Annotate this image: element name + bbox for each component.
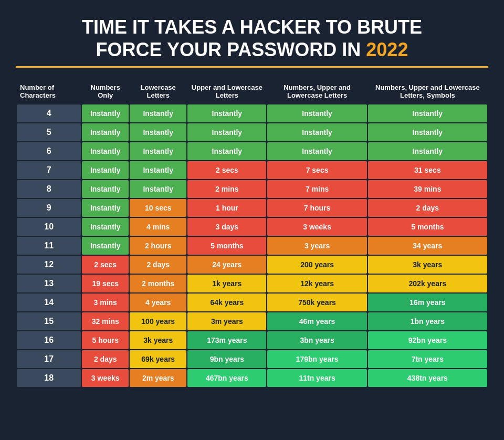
title-divider [16,66,488,68]
data-cell: 9bn years [187,350,266,368]
table-row: 5InstantlyInstantlyInstantlyInstantlyIns… [17,123,487,141]
data-cell: 100 years [130,312,186,330]
data-cell: Instantly [368,123,487,141]
data-cell: Instantly [82,180,129,198]
table-row: 6InstantlyInstantlyInstantlyInstantlyIns… [17,142,487,160]
data-cell: Instantly [82,237,129,255]
char-count-cell: 5 [17,123,81,141]
char-count-cell: 11 [17,237,81,255]
data-cell: 2 mins [187,180,266,198]
data-cell: Instantly [368,104,487,122]
data-cell: 32 mins [82,312,129,330]
data-cell: 2 secs [82,256,129,274]
table-row: 4InstantlyInstantlyInstantlyInstantlyIns… [17,104,487,122]
table-row: 8InstantlyInstantly2 mins7 mins39 mins [17,180,487,198]
password-table: Number of Characters Numbers Only Lowerc… [16,78,488,388]
data-cell: 2m years [130,369,186,387]
data-cell: Instantly [82,142,129,160]
data-cell: 3 weeks [82,369,129,387]
data-cell: Instantly [130,161,186,179]
char-count-cell: 7 [17,161,81,179]
data-cell: Instantly [130,123,186,141]
data-cell: 3m years [187,312,266,330]
data-cell: 7 hours [267,199,366,217]
table-row: 122 secs2 days24 years200 years3k years [17,256,487,274]
char-count-cell: 10 [17,218,81,236]
data-cell: 202k years [368,275,487,292]
data-cell: 92bn years [368,331,487,349]
data-cell: 69k years [130,350,186,368]
data-cell: 4 years [130,294,186,311]
col-header-upper-lower: Upper and Lowercase Letters [187,79,266,103]
table-row: 183 weeks2m years467bn years11tn years43… [17,369,487,387]
data-cell: 467bn years [187,369,266,387]
data-cell: Instantly [267,142,366,160]
data-cell: Instantly [368,142,487,160]
data-cell: 64k years [187,294,266,311]
table-row: 143 mins4 years64k years750k years16m ye… [17,294,487,311]
table-header-row: Number of Characters Numbers Only Lowerc… [17,79,487,103]
data-cell: 173m years [187,331,266,349]
data-cell: 2 hours [130,237,186,255]
data-cell: Instantly [187,123,266,141]
char-count-cell: 13 [17,275,81,292]
data-cell: 3 mins [82,294,129,311]
char-count-cell: 15 [17,312,81,330]
char-count-cell: 16 [17,331,81,349]
col-header-lowercase: Lowercase Letters [130,79,186,103]
data-cell: 7 mins [267,180,366,198]
data-cell: 1 hour [187,199,266,217]
data-cell: 750k years [267,294,366,311]
data-cell: Instantly [82,161,129,179]
data-cell: 19 secs [82,275,129,292]
data-cell: Instantly [82,218,129,236]
table-row: 9Instantly10 secs1 hour7 hours2 days [17,199,487,217]
char-count-cell: 6 [17,142,81,160]
data-cell: 11tn years [267,369,366,387]
data-cell: 10 secs [130,199,186,217]
char-count-cell: 18 [17,369,81,387]
data-cell: 2 secs [187,161,266,179]
data-cell: 2 days [368,199,487,217]
data-cell: Instantly [130,180,186,198]
data-cell: 7tn years [368,350,487,368]
char-count-cell: 8 [17,180,81,198]
char-count-cell: 4 [17,104,81,122]
data-cell: Instantly [267,104,366,122]
data-cell: 12k years [267,275,366,292]
data-cell: 3 years [267,237,366,255]
data-cell: 3 days [187,218,266,236]
data-cell: 31 secs [368,161,487,179]
data-cell: Instantly [82,199,129,217]
table-row: 172 days69k years9bn years179bn years7tn… [17,350,487,368]
data-cell: 3k years [368,256,487,274]
data-cell: 4 mins [130,218,186,236]
data-cell: 5 hours [82,331,129,349]
data-cell: 5 months [368,218,487,236]
char-count-cell: 12 [17,256,81,274]
data-cell: 46m years [267,312,366,330]
col-header-chars: Number of Characters [17,79,81,103]
data-cell: 3bn years [267,331,366,349]
data-cell: 7 secs [267,161,366,179]
col-header-numbers-upper-lower-symbols: Numbers, Upper and Lowercase Letters, Sy… [368,79,487,103]
col-header-numbers: Numbers Only [82,79,129,103]
data-cell: Instantly [130,104,186,122]
col-header-numbers-upper-lower: Numbers, Upper and Lowercase Letters [267,79,366,103]
data-cell: 5 months [187,237,266,255]
page-title: TIME IT TAKES A HACKER TO BRUTE FORCE YO… [16,16,488,61]
data-cell: Instantly [187,104,266,122]
data-cell: Instantly [187,142,266,160]
table-row: 7InstantlyInstantly2 secs7 secs31 secs [17,161,487,179]
table-row: 165 hours3k years173m years3bn years92bn… [17,331,487,349]
data-cell: Instantly [130,142,186,160]
table-row: 11Instantly2 hours5 months3 years34 year… [17,237,487,255]
data-cell: 179bn years [267,350,366,368]
data-cell: 200 years [267,256,366,274]
data-cell: 1k years [187,275,266,292]
data-cell: Instantly [82,123,129,141]
data-cell: 1bn years [368,312,487,330]
table-row: 10Instantly4 mins3 days3 weeks5 months [17,218,487,236]
data-cell: 16m years [368,294,487,311]
data-cell: Instantly [267,123,366,141]
